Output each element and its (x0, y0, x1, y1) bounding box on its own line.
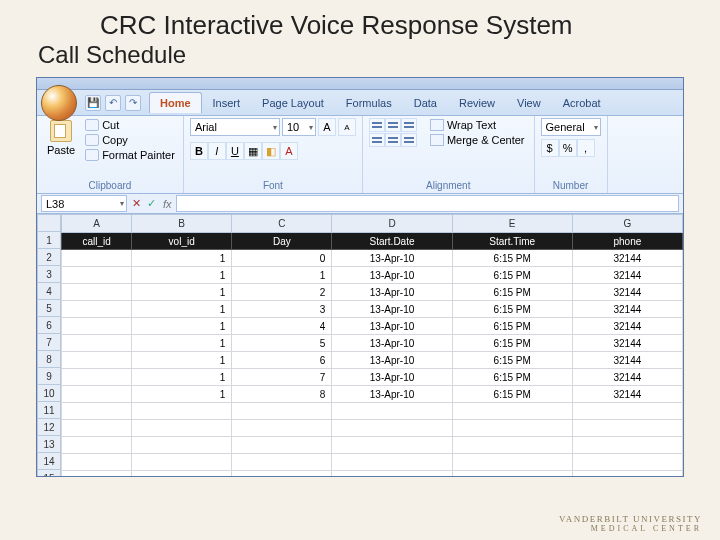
field-header[interactable]: Day (232, 233, 332, 250)
tab-view[interactable]: View (506, 92, 552, 113)
cell[interactable] (332, 420, 452, 437)
wrap-text-button[interactable]: Wrap Text (427, 118, 528, 132)
table-row[interactable]: 1013-Apr-106:15 PM32144 (62, 250, 683, 267)
select-all-corner[interactable] (37, 214, 61, 232)
undo-icon[interactable]: ↶ (105, 95, 121, 111)
field-header[interactable]: phone (572, 233, 682, 250)
font-color-button[interactable]: A (280, 142, 298, 160)
column-header-E[interactable]: E (452, 215, 572, 233)
cell[interactable]: 13-Apr-10 (332, 386, 452, 403)
table-row[interactable]: 1613-Apr-106:15 PM32144 (62, 352, 683, 369)
cell[interactable]: 1 (132, 386, 232, 403)
cell[interactable] (452, 437, 572, 454)
currency-button[interactable]: $ (541, 139, 559, 157)
row-header[interactable]: 3 (37, 266, 61, 283)
cell[interactable]: 6:15 PM (452, 267, 572, 284)
cell[interactable] (62, 301, 132, 318)
cell[interactable] (62, 386, 132, 403)
cell[interactable]: 1 (132, 267, 232, 284)
row-header[interactable]: 1 (37, 232, 61, 249)
field-header[interactable]: call_id (62, 233, 132, 250)
table-row[interactable]: 1313-Apr-106:15 PM32144 (62, 301, 683, 318)
cell[interactable] (332, 403, 452, 420)
percent-button[interactable]: % (559, 139, 577, 157)
tab-formulas[interactable]: Formulas (335, 92, 403, 113)
column-header-D[interactable]: D (332, 215, 452, 233)
row-header[interactable]: 5 (37, 300, 61, 317)
cell[interactable] (332, 471, 452, 478)
column-header-G[interactable]: G (572, 215, 682, 233)
cell[interactable]: 6:15 PM (452, 369, 572, 386)
cell[interactable] (572, 420, 682, 437)
comma-button[interactable]: , (577, 139, 595, 157)
cell[interactable] (62, 454, 132, 471)
align-middle-icon[interactable] (385, 118, 401, 132)
align-bottom-icon[interactable] (401, 118, 417, 132)
table-row[interactable]: 1113-Apr-106:15 PM32144 (62, 267, 683, 284)
table-row[interactable] (62, 403, 683, 420)
font-size-select[interactable]: 10 (282, 118, 316, 136)
tab-insert[interactable]: Insert (202, 92, 252, 113)
tab-page-layout[interactable]: Page Layout (251, 92, 335, 113)
name-box[interactable]: L38 (41, 195, 127, 212)
cell[interactable]: 32144 (572, 267, 682, 284)
cell[interactable] (132, 471, 232, 478)
cell[interactable] (62, 335, 132, 352)
row-header[interactable]: 9 (37, 368, 61, 385)
cell[interactable] (572, 454, 682, 471)
cell[interactable] (62, 369, 132, 386)
cell[interactable]: 1 (132, 301, 232, 318)
cell[interactable]: 1 (232, 267, 332, 284)
cell[interactable] (452, 454, 572, 471)
save-icon[interactable]: 💾 (85, 95, 101, 111)
cell[interactable]: 13-Apr-10 (332, 352, 452, 369)
cell[interactable]: 13-Apr-10 (332, 284, 452, 301)
cell[interactable]: 6:15 PM (452, 335, 572, 352)
column-header-A[interactable]: A (62, 215, 132, 233)
cell[interactable]: 6:15 PM (452, 301, 572, 318)
align-left-icon[interactable] (369, 133, 385, 147)
fill-color-button[interactable]: ◧ (262, 142, 280, 160)
row-header[interactable]: 4 (37, 283, 61, 300)
enter-icon[interactable]: ✓ (144, 197, 159, 210)
row-header[interactable]: 8 (37, 351, 61, 368)
cell[interactable]: 32144 (572, 250, 682, 267)
table-row[interactable]: 1713-Apr-106:15 PM32144 (62, 369, 683, 386)
cell[interactable]: 32144 (572, 386, 682, 403)
cell[interactable]: 6:15 PM (452, 318, 572, 335)
row-header[interactable]: 10 (37, 385, 61, 402)
cell[interactable] (62, 403, 132, 420)
cell[interactable] (132, 420, 232, 437)
office-button[interactable] (41, 85, 77, 121)
cell[interactable]: 6:15 PM (452, 250, 572, 267)
row-header[interactable]: 15 (37, 470, 61, 477)
cell[interactable]: 3 (232, 301, 332, 318)
cell[interactable]: 8 (232, 386, 332, 403)
table-row[interactable] (62, 454, 683, 471)
grid[interactable]: ABCDEG call_idvol_idDayStart.DateStart.T… (61, 214, 683, 477)
tab-review[interactable]: Review (448, 92, 506, 113)
table-row[interactable]: 1513-Apr-106:15 PM32144 (62, 335, 683, 352)
cell[interactable]: 4 (232, 318, 332, 335)
table-row[interactable] (62, 471, 683, 478)
cell[interactable]: 32144 (572, 335, 682, 352)
field-header[interactable]: Start.Date (332, 233, 452, 250)
cut-button[interactable]: Cut (83, 118, 177, 132)
cell[interactable]: 32144 (572, 352, 682, 369)
column-header-B[interactable]: B (132, 215, 232, 233)
tab-home[interactable]: Home (149, 92, 202, 113)
field-header[interactable]: Start.Time (452, 233, 572, 250)
cell[interactable]: 13-Apr-10 (332, 250, 452, 267)
fx-icon[interactable]: fx (159, 198, 176, 210)
cell[interactable] (62, 420, 132, 437)
cell[interactable]: 1 (132, 352, 232, 369)
tab-data[interactable]: Data (403, 92, 448, 113)
cell[interactable]: 1 (132, 284, 232, 301)
field-header[interactable]: vol_id (132, 233, 232, 250)
cell[interactable] (572, 437, 682, 454)
cell[interactable] (232, 437, 332, 454)
cell[interactable]: 0 (232, 250, 332, 267)
formula-input[interactable] (176, 195, 679, 212)
cell[interactable] (232, 403, 332, 420)
row-header[interactable]: 14 (37, 453, 61, 470)
